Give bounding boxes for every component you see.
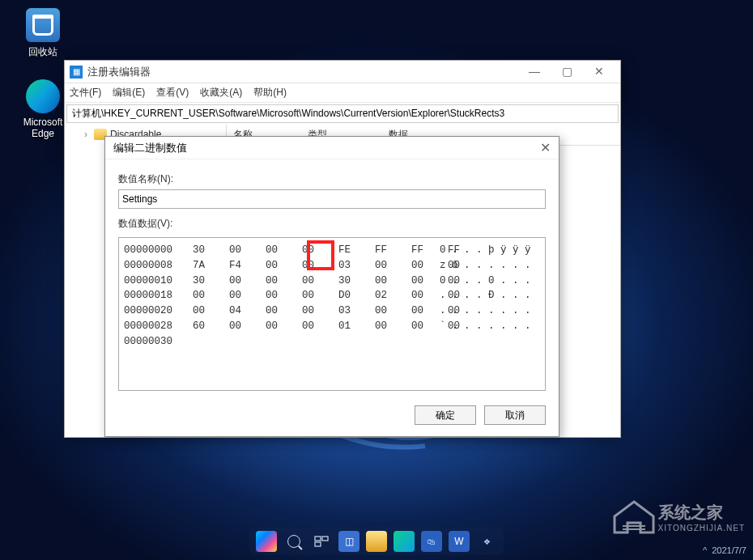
svg-rect-2 xyxy=(315,542,321,546)
hex-row[interactable]: 0000001800 00 00 00 D0 02 00 00. . . . Ð… xyxy=(124,288,540,303)
edit-binary-dialog: 编辑二进制数值 ✕ 数值名称(N): 数值数据(V): 0000000030 0… xyxy=(104,136,559,437)
value-data-label: 数值数据(V): xyxy=(118,217,546,231)
menu-favorites[interactable]: 收藏夹(A) xyxy=(200,86,242,100)
desktop-icon-recycle[interactable]: 回收站 xyxy=(15,8,71,59)
menu-help[interactable]: 帮助(H) xyxy=(253,86,287,100)
dialog-close-button[interactable]: ✕ xyxy=(540,140,551,155)
hex-row[interactable]: 0000000030 00 00 00 FE FF FF FF0 . . . þ… xyxy=(124,243,540,258)
hex-bytes[interactable]: 30 00 00 00 30 00 00 00 xyxy=(193,274,440,289)
explorer-button[interactable] xyxy=(366,531,387,552)
hex-offset: 00000020 xyxy=(124,303,193,319)
svg-rect-1 xyxy=(322,537,328,541)
regedit-menubar: 文件(F) 编辑(E) 查看(V) 收藏夹(A) 帮助(H) xyxy=(65,83,620,103)
hex-editor[interactable]: 0000000030 00 00 00 FE FF FF FF0 . . . þ… xyxy=(118,237,546,391)
value-name-label: 数值名称(N): xyxy=(118,172,546,186)
regedit-title: 注册表编辑器 xyxy=(87,65,518,79)
watermark-name: 系统之家 xyxy=(658,502,746,524)
menu-view[interactable]: 查看(V) xyxy=(156,86,189,100)
menu-file[interactable]: 文件(F) xyxy=(70,86,101,100)
widgets-button[interactable]: ◫ xyxy=(338,531,359,552)
value-name-input[interactable] xyxy=(118,189,546,209)
start-button[interactable] xyxy=(256,531,277,552)
hex-bytes[interactable]: 00 04 00 00 03 00 00 00 xyxy=(193,303,440,319)
ok-button[interactable]: 确定 xyxy=(415,405,476,425)
regedit-titlebar[interactable]: ▦ 注册表编辑器 — ▢ ✕ xyxy=(65,61,620,83)
edge-icon xyxy=(26,79,60,113)
window-close-button[interactable]: ✕ xyxy=(583,62,615,82)
menu-edit[interactable]: 编辑(E) xyxy=(113,86,145,100)
taskbar-app-button[interactable]: ❖ xyxy=(476,531,497,552)
svg-rect-0 xyxy=(315,537,321,541)
hex-ascii xyxy=(440,334,540,350)
search-icon xyxy=(287,535,300,548)
hex-offset: 00000008 xyxy=(124,258,193,274)
hex-row[interactable]: 0000002000 04 00 00 03 00 00 00. . . . .… xyxy=(124,303,540,319)
edge-taskbar-button[interactable] xyxy=(394,531,415,552)
chevron-right-icon[interactable]: › xyxy=(84,129,94,140)
hex-ascii: 0 . . . 0 . . . xyxy=(440,274,540,289)
hex-bytes[interactable] xyxy=(193,334,440,350)
recycle-bin-icon xyxy=(26,8,60,42)
regedit-addressbar[interactable]: 计算机\HKEY_CURRENT_USER\Software\Microsoft… xyxy=(66,104,619,123)
dialog-title: 编辑二进制数值 xyxy=(113,141,540,155)
hex-ascii: . . . . Ð . . . xyxy=(440,288,540,303)
hex-row[interactable]: 00000030 xyxy=(124,334,540,350)
system-tray[interactable]: ^ 2021/7/7 xyxy=(703,545,747,555)
desktop-icon-label: 回收站 xyxy=(15,45,71,59)
hex-ascii: z ô . . . . . . xyxy=(440,258,540,274)
hex-row[interactable]: 0000002860 00 00 00 01 00 00 00` . . . .… xyxy=(124,319,540,334)
hex-offset: 00000018 xyxy=(124,288,193,303)
search-button[interactable] xyxy=(283,531,304,552)
hex-offset: 00000030 xyxy=(124,334,193,350)
tray-datetime: 2021/7/7 xyxy=(712,545,747,555)
watermark-sub: XITONGZHIJIA.NET xyxy=(658,524,746,532)
hex-ascii: ` . . . . . . . xyxy=(440,319,540,334)
hex-row[interactable]: 0000001030 00 00 00 30 00 00 000 . . . 0… xyxy=(124,274,540,289)
hex-bytes[interactable]: 7A F4 00 00 03 00 00 00 xyxy=(193,258,440,274)
hex-ascii: 0 . . . þ ÿ ÿ ÿ xyxy=(440,243,540,258)
hex-ascii: . . . . . . . . xyxy=(440,303,540,319)
desktop-icon-edge[interactable]: Microsoft Edge xyxy=(15,79,71,139)
watermark: 系统之家 XITONGZHIJIA.NET xyxy=(610,498,746,536)
desktop-icon-label: Microsoft Edge xyxy=(15,117,71,139)
hex-offset: 00000000 xyxy=(124,243,193,258)
hex-bytes[interactable]: 00 00 00 00 D0 02 00 00 xyxy=(193,288,440,303)
hex-bytes[interactable]: 60 00 00 00 01 00 00 00 xyxy=(193,319,440,334)
store-button[interactable]: 🛍 xyxy=(421,531,442,552)
hex-offset: 00000028 xyxy=(124,319,193,334)
hex-bytes[interactable]: 30 00 00 00 FE FF FF FF xyxy=(193,243,440,258)
hex-row[interactable]: 000000087A F4 00 00 03 00 00 00z ô . . .… xyxy=(124,258,540,274)
window-maximize-button[interactable]: ▢ xyxy=(551,62,583,82)
taskview-button[interactable] xyxy=(311,531,332,552)
cancel-button[interactable]: 取消 xyxy=(484,405,546,425)
word-button[interactable]: W xyxy=(449,531,470,552)
regedit-app-icon: ▦ xyxy=(70,66,83,78)
tray-chevron-icon[interactable]: ^ xyxy=(703,545,707,555)
dialog-titlebar[interactable]: 编辑二进制数值 ✕ xyxy=(105,137,559,159)
house-icon xyxy=(610,498,658,536)
window-minimize-button[interactable]: — xyxy=(518,62,551,82)
hex-offset: 00000010 xyxy=(124,274,193,289)
